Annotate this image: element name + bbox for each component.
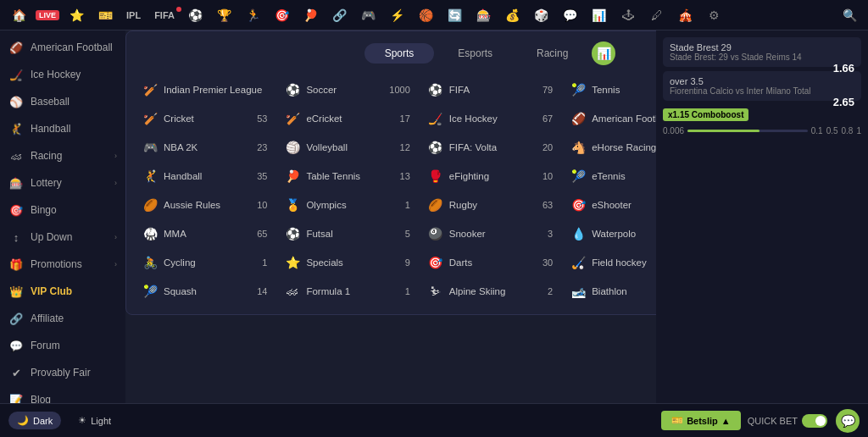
sport-item-tennis[interactable]: 🎾 Tennis 159: [565, 77, 656, 102]
sport-item-mma[interactable]: 🥋 MMA 65: [136, 221, 272, 246]
sport-item-icehockey[interactable]: 🏒 Ice Hockey 67: [422, 106, 558, 131]
sport-item-tabletennis[interactable]: 🏓 Table Tennis 13: [279, 163, 415, 189]
sport-item-volleyball[interactable]: 🏐 Volleyball 12: [279, 135, 415, 160]
sport-item-olympics[interactable]: 🏅 Olympics 1: [279, 192, 415, 218]
sport-name-cricket: Cricket: [164, 113, 252, 124]
sidebar-item-bingo[interactable]: 🎯 Bingo: [0, 196, 125, 224]
slider-track[interactable]: [687, 130, 808, 132]
sport-item-darts[interactable]: 🎯 Darts 30: [422, 250, 558, 275]
tab-esports[interactable]: Esports: [437, 43, 513, 64]
sport-item-formula1[interactable]: 🏎 Formula 1 1: [279, 279, 415, 304]
odds-slider[interactable]: 0.006 0.1 0.5 0.8 1: [663, 126, 861, 136]
sport-name-efighting: eFighting: [449, 171, 537, 181]
festival-nav-icon[interactable]: 🎪: [674, 3, 698, 27]
sidebar-item-american-football[interactable]: 🏈 American Football: [0, 34, 125, 61]
gaming-nav-icon[interactable]: 🎮: [357, 3, 381, 27]
betslip-bar: 🎫 Betslip ▲ QUICK BET: [661, 411, 827, 430]
sport-item-specials[interactable]: ⭐ Specials 9: [279, 250, 415, 275]
sidebar-item-updown[interactable]: ↕ Up Down ›: [0, 224, 125, 251]
sport-item-fifavolta[interactable]: ⚽ FIFA: Volta 20: [422, 135, 558, 160]
sport-item-cricket[interactable]: 🏏 Cricket 53: [136, 106, 272, 131]
sport-item-futsal[interactable]: ⚽ Futsal 5: [279, 221, 415, 246]
sidebar-item-baseball[interactable]: ⚾ Baseball: [0, 88, 125, 115]
moon-icon: 🌙: [17, 415, 29, 426]
sidebar-item-affiliate[interactable]: 🔗 Affiliate: [0, 305, 125, 332]
sport-item-squash[interactable]: 🎾 Squash 14: [136, 279, 272, 304]
sport-item-biathlon[interactable]: 🎿 Biathlon 4: [565, 279, 656, 304]
tab-sports[interactable]: Sports: [364, 43, 435, 64]
sport-item-rugby[interactable]: 🏉 Rugby 63: [422, 192, 558, 218]
sidebar-label-updown: Up Down: [31, 231, 108, 243]
sidebar-item-provably-fair[interactable]: ✔ Provably Fair: [0, 359, 125, 386]
target-nav-icon[interactable]: 🎯: [270, 3, 294, 27]
trophy-nav-icon[interactable]: 🏆: [213, 3, 236, 27]
sport-item-handball[interactable]: 🤾 Handball 35: [136, 163, 272, 189]
search-icon[interactable]: 🔍: [837, 3, 861, 27]
live-tab[interactable]: LIVE: [36, 3, 59, 27]
money-nav-icon[interactable]: 💰: [501, 3, 525, 27]
sidebar-item-vip[interactable]: 👑 VIP Club: [0, 278, 125, 305]
sport-item-alpineskiing[interactable]: ⛷ Alpine Skiing 2: [422, 279, 558, 304]
tickets-icon[interactable]: 🎫: [93, 3, 117, 27]
chat-nav-icon[interactable]: 💬: [559, 3, 582, 27]
esports-nav-icon[interactable]: 🕹: [616, 3, 640, 27]
sport-item-waterpolo[interactable]: 💧 Waterpolo 8: [565, 221, 656, 246]
fifa-nav[interactable]: FIFA: [150, 8, 179, 22]
sport-item-aussierules[interactable]: 🏉 Aussie Rules 10: [136, 192, 272, 218]
support-circle-button[interactable]: 💬: [836, 409, 860, 433]
sport-item-fifa[interactable]: ⚽ FIFA 79: [422, 77, 558, 102]
tab-racing[interactable]: Racing: [516, 43, 588, 64]
sport-item-fieldhockey[interactable]: 🏑 Field hockey 8: [565, 250, 656, 275]
sidebar-item-blog[interactable]: 📝 Blog: [0, 386, 125, 403]
dice-nav-icon[interactable]: 🎲: [530, 3, 554, 27]
betslip-button[interactable]: 🎫 Betslip ▲: [661, 411, 741, 430]
slot-nav-icon[interactable]: 🎰: [472, 3, 496, 27]
sport-item-ehorseracing[interactable]: 🐴 eHorse Racing 1: [565, 135, 656, 160]
sport-item-nba2k[interactable]: 🎮 NBA 2K 23: [136, 135, 272, 160]
brest-odds[interactable]: 1.66: [833, 62, 854, 75]
sport-item-snooker[interactable]: 🎱 Snooker 3: [422, 221, 558, 246]
ipl-nav[interactable]: IPL: [122, 8, 145, 22]
light-theme-button[interactable]: ☀ Light: [70, 412, 120, 429]
tabletennis-nav-icon[interactable]: 🏓: [299, 3, 323, 27]
sport-name-specials: Specials: [306, 257, 399, 268]
pen-nav-icon[interactable]: 🖊: [645, 3, 669, 27]
sport-item-ipl[interactable]: 🏏 Indian Premier League: [136, 77, 272, 102]
sport-count-tabletennis: 13: [400, 171, 410, 181]
sidebar-label-bingo: Bingo: [31, 204, 117, 216]
sport-name-icehockey: Ice Hockey: [449, 113, 537, 124]
sidebar-item-ice-hockey[interactable]: 🏒 Ice Hockey: [0, 61, 125, 88]
soccer-nav-icon[interactable]: ⚽: [184, 3, 208, 27]
rugby-icon: 🏉: [427, 196, 444, 213]
lightning-nav-icon[interactable]: ⚡: [386, 3, 409, 27]
sidebar-item-forum[interactable]: 💬 Forum: [0, 332, 125, 359]
sport-item-eshooter[interactable]: 🎯 eShooter 7: [565, 192, 656, 218]
sport-item-efighting[interactable]: 🥊 eFighting 10: [422, 163, 558, 189]
favorites-icon[interactable]: ⭐: [64, 3, 88, 27]
sport-item-etennis[interactable]: 🎾 eTennis 7: [565, 163, 656, 189]
gear-nav-icon[interactable]: ⚙: [703, 3, 726, 27]
dark-theme-button[interactable]: 🌙 Dark: [8, 412, 61, 429]
stats-icon[interactable]: 📊: [592, 41, 615, 65]
basketball-nav-icon[interactable]: 🏀: [415, 3, 438, 27]
link-nav-icon[interactable]: 🔗: [328, 3, 352, 27]
chart-nav-icon[interactable]: 📊: [587, 3, 611, 27]
quick-bet-toggle-pill[interactable]: [802, 414, 827, 428]
inter-odds[interactable]: 2.65: [833, 96, 854, 108]
slider-fill: [687, 130, 760, 132]
sport-item-cycling[interactable]: 🚴 Cycling 1: [136, 250, 272, 275]
brest-detail: Stade Brest: 29 vs Stade Reims 14: [670, 53, 854, 62]
forum-icon: 💬: [8, 338, 24, 353]
sidebar-item-handball[interactable]: 🤾 Handball: [0, 115, 125, 142]
sidebar-item-racing[interactable]: 🏎 Racing ›: [0, 142, 125, 169]
home-icon[interactable]: 🏠: [7, 3, 31, 27]
sport-item-soccer[interactable]: ⚽ Soccer 1000: [279, 77, 415, 102]
sidebar-item-promotions[interactable]: 🎁 Promotions ›: [0, 251, 125, 278]
cycling-icon: 🚴: [142, 254, 159, 271]
athletics-nav-icon[interactable]: 🏃: [242, 3, 265, 27]
refresh-nav-icon[interactable]: 🔄: [443, 3, 467, 27]
sport-item-americanfootball[interactable]: 🏈 American Football 20: [565, 106, 656, 131]
sport-item-ecricket[interactable]: 🏏 eCricket 17: [279, 106, 415, 131]
sidebar-item-lottery[interactable]: 🎰 Lottery ›: [0, 169, 125, 196]
bottom-bar: 🌙 Dark ☀ Light 🎫 Betslip ▲ QUICK BET 💬: [0, 403, 868, 437]
